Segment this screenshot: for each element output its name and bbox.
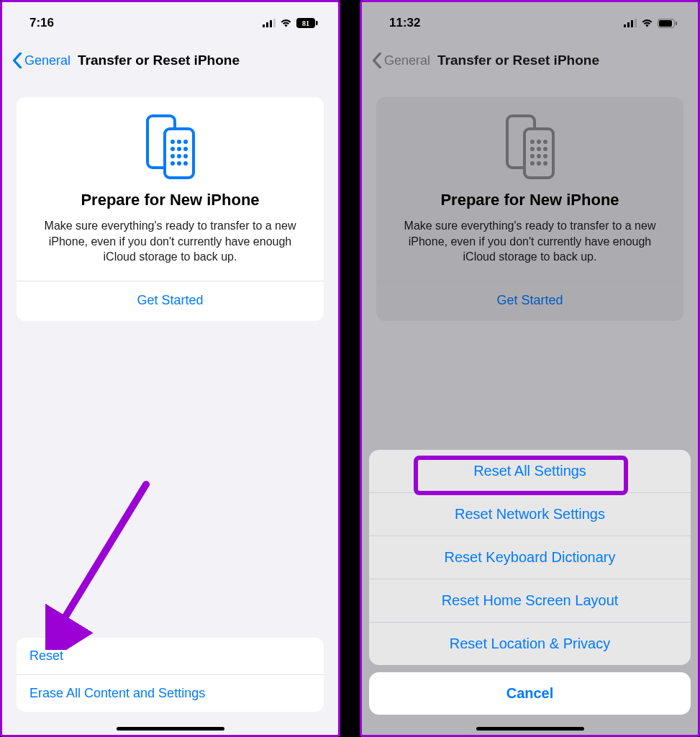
status-bar: 7:16 81 xyxy=(2,2,338,37)
svg-point-16 xyxy=(177,154,181,158)
cellular-icon xyxy=(263,19,276,27)
screenshot-left: 7:16 81 General Transfer or Reset iPhone xyxy=(0,0,340,737)
card-body: Make sure everything's ready to transfer… xyxy=(29,218,311,281)
back-button[interactable]: General xyxy=(372,53,430,68)
svg-line-21 xyxy=(58,484,146,628)
chevron-left-icon xyxy=(372,53,382,68)
svg-point-39 xyxy=(543,154,547,158)
back-label: General xyxy=(24,53,71,68)
home-indicator xyxy=(476,727,584,731)
svg-point-40 xyxy=(530,161,535,166)
wifi-icon xyxy=(641,19,653,27)
svg-rect-8 xyxy=(165,129,194,178)
wifi-icon xyxy=(280,19,292,27)
transfer-icon xyxy=(501,114,559,179)
reset-button[interactable]: Reset xyxy=(17,638,324,675)
reset-home-screen-layout-button[interactable]: Reset Home Screen Layout xyxy=(369,579,691,623)
back-label: General xyxy=(384,53,430,68)
reset-keyboard-dictionary-button[interactable]: Reset Keyboard Dictionary xyxy=(369,536,691,579)
svg-rect-2 xyxy=(270,20,272,27)
svg-point-18 xyxy=(171,161,175,166)
reset-all-settings-button[interactable]: Reset All Settings xyxy=(369,450,691,493)
svg-point-10 xyxy=(177,140,181,144)
page-title: Transfer or Reset iPhone xyxy=(78,53,240,68)
svg-point-13 xyxy=(177,147,181,151)
get-started-button[interactable]: Get Started xyxy=(389,281,671,321)
svg-rect-22 xyxy=(624,24,626,27)
action-sheet: Reset All Settings Reset Network Setting… xyxy=(369,450,691,715)
svg-point-36 xyxy=(543,147,547,151)
reset-network-settings-button[interactable]: Reset Network Settings xyxy=(369,493,691,536)
separator xyxy=(340,0,360,737)
status-bar: 11:32 xyxy=(362,2,698,37)
status-time: 11:32 xyxy=(389,16,420,30)
screenshot-right: 11:32 General Transfer or Reset iPhone xyxy=(360,0,700,737)
svg-rect-1 xyxy=(266,22,268,27)
svg-rect-30 xyxy=(524,129,553,178)
arrow-annotation xyxy=(45,477,160,650)
svg-point-17 xyxy=(183,154,188,158)
get-started-button[interactable]: Get Started xyxy=(29,281,311,321)
svg-rect-25 xyxy=(635,19,637,27)
svg-rect-27 xyxy=(659,20,672,27)
card-body: Make sure everything's ready to transfer… xyxy=(389,218,671,281)
svg-rect-28 xyxy=(676,22,677,25)
cellular-icon xyxy=(624,19,637,27)
svg-point-38 xyxy=(537,154,541,158)
status-indicators: 81 xyxy=(263,18,318,28)
cancel-button[interactable]: Cancel xyxy=(369,672,691,715)
chevron-left-icon xyxy=(12,53,22,68)
svg-point-9 xyxy=(171,140,175,144)
svg-point-15 xyxy=(171,154,175,158)
reset-sheet-options: Reset All Settings Reset Network Setting… xyxy=(369,450,691,665)
status-indicators xyxy=(624,19,678,28)
nav-bar: General Transfer or Reset iPhone xyxy=(2,37,338,78)
prepare-card: Prepare for New iPhone Make sure everyth… xyxy=(17,97,324,321)
reset-options-list: Reset Erase All Content and Settings xyxy=(17,638,324,712)
svg-rect-23 xyxy=(627,22,629,27)
svg-point-11 xyxy=(183,140,188,144)
svg-point-41 xyxy=(537,161,541,166)
transfer-icon xyxy=(142,114,199,179)
svg-point-31 xyxy=(530,140,535,144)
svg-point-33 xyxy=(543,140,547,144)
svg-point-12 xyxy=(171,147,175,151)
card-heading: Prepare for New iPhone xyxy=(29,191,311,209)
battery-icon: 81 xyxy=(296,18,318,28)
svg-point-14 xyxy=(183,147,188,151)
svg-point-35 xyxy=(537,147,541,151)
status-time: 7:16 xyxy=(29,16,54,30)
card-heading: Prepare for New iPhone xyxy=(389,191,671,209)
svg-rect-5 xyxy=(316,21,318,25)
page-title: Transfer or Reset iPhone xyxy=(437,53,599,68)
home-indicator xyxy=(117,727,224,731)
reset-location-privacy-button[interactable]: Reset Location & Privacy xyxy=(369,623,691,665)
nav-bar: General Transfer or Reset iPhone xyxy=(362,37,698,78)
svg-point-20 xyxy=(183,161,188,166)
svg-text:81: 81 xyxy=(302,19,309,27)
svg-point-32 xyxy=(537,140,541,144)
svg-point-19 xyxy=(177,161,181,166)
prepare-card: Prepare for New iPhone Make sure everyth… xyxy=(376,97,683,321)
svg-point-34 xyxy=(530,147,535,151)
erase-all-button[interactable]: Erase All Content and Settings xyxy=(17,675,324,712)
battery-icon xyxy=(658,19,678,28)
svg-rect-24 xyxy=(631,20,633,27)
svg-point-37 xyxy=(530,154,535,158)
svg-rect-3 xyxy=(273,19,276,27)
svg-rect-0 xyxy=(263,24,265,27)
svg-point-42 xyxy=(543,161,547,166)
back-button[interactable]: General xyxy=(12,53,71,68)
